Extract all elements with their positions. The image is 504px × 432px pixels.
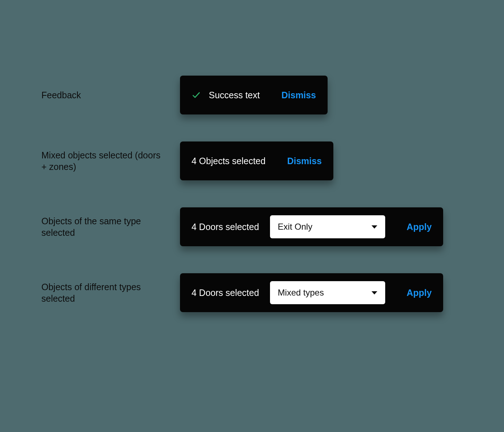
apply-button[interactable]: Apply bbox=[407, 222, 432, 232]
select-value: Mixed types bbox=[278, 288, 324, 298]
chevron-down-icon bbox=[372, 291, 377, 294]
dismiss-button[interactable]: Dismiss bbox=[282, 90, 316, 100]
check-icon bbox=[192, 90, 201, 100]
select-value: Exit Only bbox=[278, 222, 312, 232]
example-row-same-type: Objects of the same type selected 4 Door… bbox=[0, 207, 504, 246]
type-select[interactable]: Exit Only bbox=[270, 215, 385, 238]
toast-mixed: 4 Objects selected Dismiss bbox=[180, 141, 333, 180]
toast-same-type: 4 Doors selected Exit Only Apply bbox=[180, 207, 443, 246]
toast-message: 4 Objects selected bbox=[192, 156, 266, 166]
toast-message: 4 Doors selected bbox=[192, 222, 259, 232]
example-row-feedback: Feedback Success text Dismiss bbox=[0, 76, 504, 114]
dismiss-button[interactable]: Dismiss bbox=[287, 156, 322, 166]
type-select[interactable]: Mixed types bbox=[270, 281, 385, 304]
apply-button[interactable]: Apply bbox=[407, 288, 432, 298]
toast-diff-type: 4 Doors selected Mixed types Apply bbox=[180, 273, 443, 312]
row-label: Mixed objects selected (doors + zones) bbox=[0, 149, 180, 173]
chevron-down-icon bbox=[372, 225, 377, 229]
example-row-diff-type: Objects of different types selected 4 Do… bbox=[0, 273, 504, 312]
row-label: Feedback bbox=[0, 89, 180, 101]
toast-message: Success text bbox=[209, 90, 260, 100]
row-label: Objects of different types selected bbox=[0, 281, 180, 305]
row-label: Objects of the same type selected bbox=[0, 215, 180, 239]
example-row-mixed: Mixed objects selected (doors + zones) 4… bbox=[0, 141, 504, 180]
toast-feedback: Success text Dismiss bbox=[180, 76, 328, 114]
toast-message: 4 Doors selected bbox=[192, 288, 259, 298]
